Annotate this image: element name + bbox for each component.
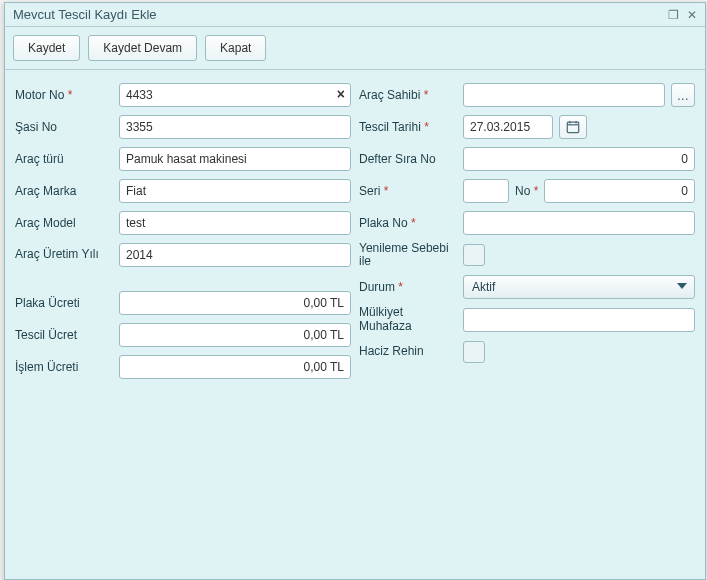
islem-ucreti-input[interactable] — [119, 355, 351, 379]
row-motor-no: Motor No × — [15, 82, 351, 108]
row-plaka-ucreti: Plaka Ücreti — [15, 290, 351, 316]
row-plaka-no: Plaka No — [359, 210, 695, 236]
defter-sira-wrap — [463, 147, 695, 171]
row-tescil-tarihi: Tescil Tarihi — [359, 114, 695, 140]
row-sasi-no: Şasi No — [15, 114, 351, 140]
arac-turu-wrap — [119, 147, 351, 171]
label-motor-no: Motor No — [15, 88, 119, 102]
arac-model-wrap — [119, 211, 351, 235]
label-no: No — [515, 184, 538, 198]
label-tescil-ucret: Tescil Ücret — [15, 328, 119, 342]
window-title: Mevcut Tescil Kaydı Ekle — [13, 7, 157, 22]
row-seri-no: Seri No — [359, 178, 695, 204]
calendar-icon — [566, 120, 580, 134]
label-sasi-no: Şasi No — [15, 120, 119, 134]
label-yenileme-sebebi: Yenileme Sebebi ile — [359, 242, 463, 268]
arac-sahibi-lookup-button[interactable]: ... — [671, 83, 695, 107]
close-icon[interactable]: ✕ — [687, 9, 697, 21]
label-tescil-tarihi: Tescil Tarihi — [359, 120, 463, 134]
save-button[interactable]: Kaydet — [13, 35, 80, 61]
durum-select[interactable]: Aktif — [463, 275, 695, 299]
sasi-no-value — [119, 115, 351, 139]
form-body: Motor No × Şasi No Araç türü Araç — [5, 70, 705, 579]
right-column: Araç Sahibi ... Tescil Tarihi — [359, 82, 695, 567]
row-yenileme-sebebi: Yenileme Sebebi ile — [359, 242, 695, 268]
label-haciz-rehin: Haciz Rehin — [359, 345, 463, 358]
maximize-icon[interactable]: ❐ — [668, 9, 679, 21]
row-durum: Durum Aktif — [359, 274, 695, 300]
save-continue-button[interactable]: Kaydet Devam — [88, 35, 197, 61]
toolbar: Kaydet Kaydet Devam Kapat — [5, 27, 705, 70]
row-arac-turu: Araç türü — [15, 146, 351, 172]
arac-turu-value — [119, 147, 351, 171]
clear-icon[interactable]: × — [337, 87, 345, 101]
tescil-ucret-wrap — [119, 323, 351, 347]
sasi-no-wrap — [119, 115, 351, 139]
label-arac-model: Araç Model — [15, 216, 119, 230]
plaka-no-input[interactable] — [463, 211, 695, 235]
arac-model-value — [119, 211, 351, 235]
label-arac-uretim-yili: Araç Üretim Yılı — [15, 248, 119, 261]
row-defter-sira-no: Defter Sıra No — [359, 146, 695, 172]
mulkiye-wrap — [463, 308, 695, 332]
row-arac-model: Araç Model — [15, 210, 351, 236]
mulkiye-input[interactable] — [463, 308, 695, 332]
label-arac-turu: Araç türü — [15, 152, 119, 166]
row-arac-marka: Araç Marka — [15, 178, 351, 204]
row-arac-uretim-yili: Araç Üretim Yılı — [15, 242, 351, 268]
plaka-no-wrap — [463, 211, 695, 235]
row-islem-ucreti: İşlem Ücreti — [15, 354, 351, 380]
window-controls: ❐ ✕ — [668, 9, 697, 21]
seri-wrap: No — [463, 179, 695, 203]
row-haciz-rehin: Haciz Rehin — [359, 339, 695, 365]
row-arac-sahibi: Araç Sahibi ... — [359, 82, 695, 108]
svg-rect-0 — [567, 122, 578, 133]
arac-marka-value — [119, 179, 351, 203]
arac-marka-wrap — [119, 179, 351, 203]
arac-uretim-value — [119, 243, 351, 267]
left-column: Motor No × Şasi No Araç türü Araç — [15, 82, 351, 567]
label-mulkiye-muhafaza: Mülkiyet Muhafaza — [359, 306, 463, 332]
tescil-tarihi-input[interactable] — [463, 115, 553, 139]
label-durum: Durum — [359, 280, 463, 294]
plaka-ucreti-input[interactable] — [119, 291, 351, 315]
durum-value: Aktif — [463, 275, 695, 299]
seri-input[interactable] — [463, 179, 509, 203]
tescil-tarihi-wrap — [463, 115, 695, 139]
haciz-checkbox[interactable] — [463, 341, 485, 363]
dialog-mevcut-tescil: Mevcut Tescil Kaydı Ekle ❐ ✕ Kaydet Kayd… — [4, 2, 706, 580]
calendar-button[interactable] — [559, 115, 587, 139]
haciz-wrap — [463, 341, 695, 363]
motor-no-wrap: × — [119, 83, 351, 107]
motor-no-input[interactable] — [119, 83, 351, 107]
label-islem-ucreti: İşlem Ücreti — [15, 360, 119, 374]
arac-sahibi-wrap: ... — [463, 83, 695, 107]
title-bar: Mevcut Tescil Kaydı Ekle ❐ ✕ — [5, 3, 705, 27]
defter-sira-input[interactable] — [463, 147, 695, 171]
row-mulkiye-muhafaza: Mülkiyet Muhafaza — [359, 306, 695, 332]
no-input[interactable] — [544, 179, 695, 203]
label-plaka-no: Plaka No — [359, 216, 463, 230]
arac-uretim-wrap — [119, 243, 351, 267]
label-seri: Seri — [359, 184, 463, 198]
tescil-ucret-input[interactable] — [119, 323, 351, 347]
label-arac-marka: Araç Marka — [15, 184, 119, 198]
close-button[interactable]: Kapat — [205, 35, 266, 61]
yenileme-wrap — [463, 244, 695, 266]
label-defter-sira-no: Defter Sıra No — [359, 152, 463, 166]
islem-ucreti-wrap — [119, 355, 351, 379]
label-plaka-ucreti: Plaka Ücreti — [15, 296, 119, 310]
plaka-ucreti-wrap — [119, 291, 351, 315]
row-tescil-ucret: Tescil Ücret — [15, 322, 351, 348]
arac-sahibi-input — [463, 83, 665, 107]
label-arac-sahibi: Araç Sahibi — [359, 88, 463, 102]
yenileme-checkbox[interactable] — [463, 244, 485, 266]
